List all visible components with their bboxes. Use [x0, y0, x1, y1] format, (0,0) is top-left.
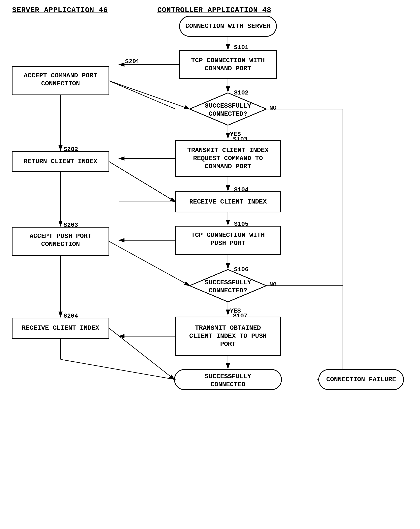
no2-label: NO [269, 281, 277, 288]
success-final-line1: SUCCESSFULLY [205, 373, 251, 380]
tcp-push-line2: PUSH PORT [211, 239, 245, 247]
s101-label: S101 [234, 44, 249, 51]
transmit-obtained-line1: TRANSMIT OBTAINED [195, 324, 261, 332]
tcp-push-line1: TCP CONNECTION WITH [191, 231, 265, 239]
connection-with-server-label: CONNECTION WITH SERVER [185, 22, 271, 30]
return-client-index-label: RETURN CLIENT INDEX [24, 158, 98, 165]
arrow-return-to-receive [109, 161, 176, 202]
transmit-line2: REQUEST COMMAND TO [193, 155, 263, 162]
flowchart-svg: CONNECTION WITH SERVER S101 TCP CONNECTI… [0, 0, 420, 529]
accept-cmd-line2: CONNECTION [41, 80, 80, 87]
transmit-obtained-line3: PORT [220, 340, 236, 348]
arrow-accept-to-diamond [109, 81, 190, 109]
s106-label: S106 [234, 266, 249, 273]
s201-label: S201 [125, 58, 140, 65]
success-final-line2: CONNECTED [211, 381, 245, 388]
s102-label: S102 [234, 90, 249, 96]
no1-label: NO [269, 105, 277, 111]
connection-failure-label: CONNECTION FAILURE [326, 376, 396, 383]
transmit-obtained-line2: CLIENT INDEX TO PUSH [189, 332, 267, 340]
diagram-container: SERVER APPLICATION 46 CONTROLLER APPLICA… [0, 0, 420, 529]
accept-push-line1: ACCEPT PUSH PORT [29, 232, 91, 240]
line-accept-to-diamond [109, 81, 176, 109]
receive-client-index-s204-label: RECEIVE CLIENT INDEX [22, 324, 100, 332]
line-s204-to-bottom [61, 359, 176, 380]
tcp-command-line2: COMMAND PORT [205, 65, 251, 72]
diamond2-line2: CONNECTED? [209, 287, 247, 294]
diamond1-line1: SUCCESSFULLY [205, 102, 251, 110]
tcp-command-line1: TCP CONNECTION WITH [191, 57, 265, 64]
transmit-line1: TRANSMIT CLIENT INDEX [187, 146, 269, 154]
diamond2-line1: SUCCESSFULLY [205, 279, 251, 286]
diamond1-line2: CONNECTED? [209, 110, 247, 118]
receive-client-index-label: RECEIVE CLIENT INDEX [189, 198, 267, 206]
transmit-line3: COMMAND PORT [205, 163, 251, 170]
tcp-command-shape [179, 51, 276, 79]
arrow-s204-to-success [109, 328, 175, 380]
accept-cmd-line1: ACCEPT COMMAND PORT [24, 72, 97, 79]
accept-push-line2: CONNECTION [41, 240, 80, 248]
